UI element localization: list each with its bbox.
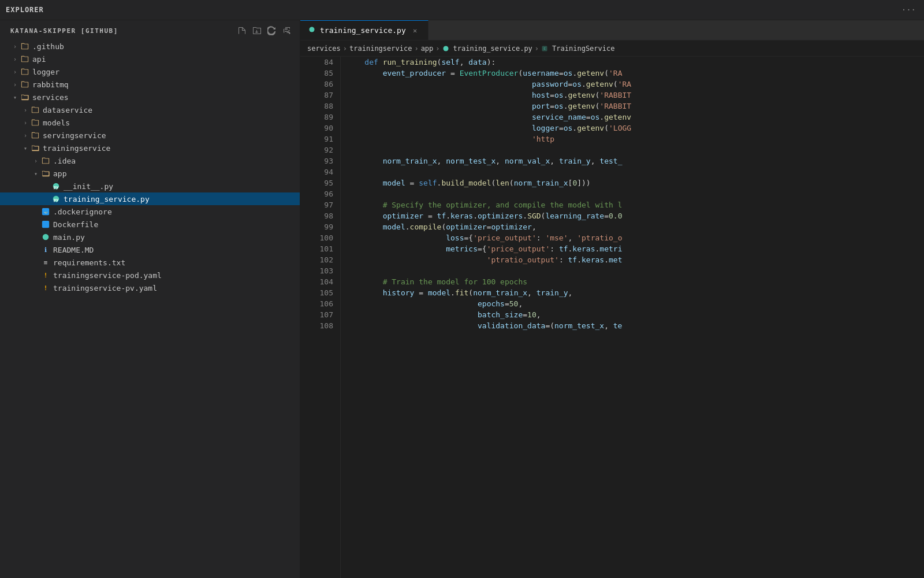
folder-icon — [20, 66, 30, 77]
code-line-107: batch_size=10, — [346, 309, 918, 320]
line-num: 84 — [312, 57, 333, 68]
svg-rect-6 — [42, 221, 49, 228]
breadcrumb-file[interactable]: training_service.py — [442, 45, 532, 53]
tab-label: training_service.py — [320, 26, 406, 35]
code-line-104: # Train the model for 100 epochs — [346, 276, 918, 287]
svg-point-9 — [443, 46, 448, 51]
sidebar-header: KATANA-SKIPPER [GITHUB] — [0, 20, 300, 40]
tab-training-service-py[interactable]: training_service.py ✕ — [300, 20, 429, 40]
line-num: 95 — [312, 177, 333, 188]
breadcrumb-app[interactable]: app — [421, 45, 434, 53]
breadcrumb-label: trainingservice — [349, 45, 412, 53]
sidebar-item-pod-yaml[interactable]: ! trainingservice-pod.yaml — [0, 269, 300, 281]
svg-point-7 — [43, 234, 49, 240]
code-line-84: def run_training(self, data): — [346, 57, 918, 68]
code-editor[interactable]: 84 85 86 87 88 89 90 91 92 93 94 95 96 9… — [300, 57, 924, 578]
code-line-105: history = model.fit(norm_train_x, train_… — [346, 287, 918, 298]
spacer — [31, 245, 40, 254]
breadcrumb-label: training_service.py — [453, 45, 532, 53]
folder-icon — [30, 117, 40, 128]
sidebar-item-readme[interactable]: ℹ README.MD — [0, 243, 300, 256]
breadcrumb-sep-2: › — [414, 45, 418, 53]
chevron-icon — [21, 131, 30, 140]
breadcrumb-services[interactable]: services — [307, 45, 341, 53]
sidebar-item-label: trainingservice-pod.yaml — [53, 271, 300, 280]
folder-icon — [20, 79, 30, 90]
yaml-file-icon: ! — [40, 270, 51, 280]
sidebar-item-logger[interactable]: logger — [0, 65, 300, 78]
chevron-icon — [21, 143, 30, 153]
code-line-93: norm_train_x, norm_test_x, norm_val_x, t… — [346, 155, 918, 166]
sidebar-item-api[interactable]: api — [0, 53, 300, 65]
collapse-all-button[interactable] — [281, 25, 293, 36]
code-line-87: host=os.getenv('RABBIT — [346, 90, 918, 101]
sidebar-item-label: requirements.txt — [53, 258, 300, 267]
chevron-icon — [10, 80, 20, 89]
sidebar-item-servingservice[interactable]: servingservice — [0, 129, 300, 142]
code-line-100: loss={'price_output': 'mse', 'ptratio_o — [346, 232, 918, 243]
line-num: 108 — [312, 320, 333, 331]
sidebar-item-label: api — [32, 55, 300, 64]
line-num: 90 — [312, 123, 333, 134]
sidebar-item-idea[interactable]: .idea — [0, 154, 300, 167]
sidebar-item-trainingservice[interactable]: trainingservice — [0, 142, 300, 154]
line-num: 103 — [312, 265, 333, 276]
title-bar-title: EXPLORER — [6, 6, 44, 14]
new-file-button[interactable] — [236, 25, 248, 36]
sidebar-item-label: servingservice — [43, 131, 300, 140]
chevron-icon — [31, 169, 40, 178]
editor-area: training_service.py ✕ services › trainin… — [300, 20, 924, 578]
code-content: def run_training(self, data): event_prod… — [341, 57, 924, 578]
line-num: 100 — [312, 232, 333, 243]
line-num: 86 — [312, 79, 333, 90]
svg-point-8 — [310, 27, 315, 32]
sidebar-item-app[interactable]: app — [0, 167, 300, 180]
breadcrumb-class[interactable]: C TrainingService — [541, 45, 614, 53]
code-line-103 — [346, 265, 918, 276]
line-num: 97 — [312, 199, 333, 210]
code-line-90: logger=os.getenv('LOGG — [346, 123, 918, 134]
sidebar-item-models[interactable]: models — [0, 116, 300, 129]
line-numbers: 84 85 86 87 88 89 90 91 92 93 94 95 96 9… — [300, 57, 341, 578]
refresh-button[interactable] — [266, 25, 278, 36]
new-folder-button[interactable] — [251, 25, 263, 36]
chevron-icon — [10, 92, 20, 102]
code-line-95: model = self.build_model(len(norm_train_… — [346, 177, 918, 188]
sidebar-item-init-py[interactable]: py __init__.py — [0, 180, 300, 192]
spacer — [31, 220, 40, 229]
sidebar-item-label: Dockerfile — [53, 220, 300, 229]
sidebar-item-services[interactable]: services — [0, 91, 300, 103]
line-num: 98 — [312, 210, 333, 221]
code-line-97: # Specify the optimizer, and compile the… — [346, 199, 918, 210]
sidebar-item-main-py[interactable]: main.py — [0, 231, 300, 243]
sidebar-item-dockerignore[interactable]: 🐳 .dockerignore — [0, 205, 300, 218]
code-line-86: password=os.getenv('RA — [346, 79, 918, 90]
sidebar-item-pv-yaml[interactable]: ! trainingservice-pv.yaml — [0, 281, 300, 294]
python-file-icon — [40, 232, 51, 242]
sidebar-item-label: services — [32, 93, 300, 102]
svg-text:C: C — [543, 47, 545, 50]
code-line-101: metrics={'price_output': tf.keras.metri — [346, 243, 918, 254]
code-line-106: epochs=50, — [346, 298, 918, 309]
line-num: 107 — [312, 309, 333, 320]
docker-file-icon: 🐳 — [40, 206, 51, 217]
sidebar-item-requirements[interactable]: ≡ requirements.txt — [0, 256, 300, 269]
sidebar-item-label: app — [53, 169, 300, 178]
spacer — [31, 271, 40, 280]
breadcrumb: services › trainingservice › app › train… — [300, 40, 924, 57]
sidebar-item-github[interactable]: .github — [0, 40, 300, 53]
svg-text:🐳: 🐳 — [44, 210, 48, 214]
chevron-icon — [10, 42, 20, 51]
project-name: KATANA-SKIPPER [GITHUB] — [10, 27, 118, 35]
folder-open-icon — [40, 168, 51, 179]
sidebar-item-dockerfile[interactable]: Dockerfile — [0, 218, 300, 231]
more-actions-button[interactable]: ··· — [899, 4, 918, 16]
line-num: 101 — [312, 243, 333, 254]
sidebar-item-training-service-py[interactable]: py training_service.py — [0, 192, 300, 205]
sidebar-item-rabbitmq[interactable]: rabbitmq — [0, 78, 300, 91]
tab-close-button[interactable]: ✕ — [411, 26, 420, 35]
breadcrumb-sep-1: › — [343, 45, 347, 53]
sidebar-item-dataservice[interactable]: dataservice — [0, 103, 300, 116]
spacer — [31, 283, 40, 292]
breadcrumb-trainingservice[interactable]: trainingservice — [349, 45, 412, 53]
